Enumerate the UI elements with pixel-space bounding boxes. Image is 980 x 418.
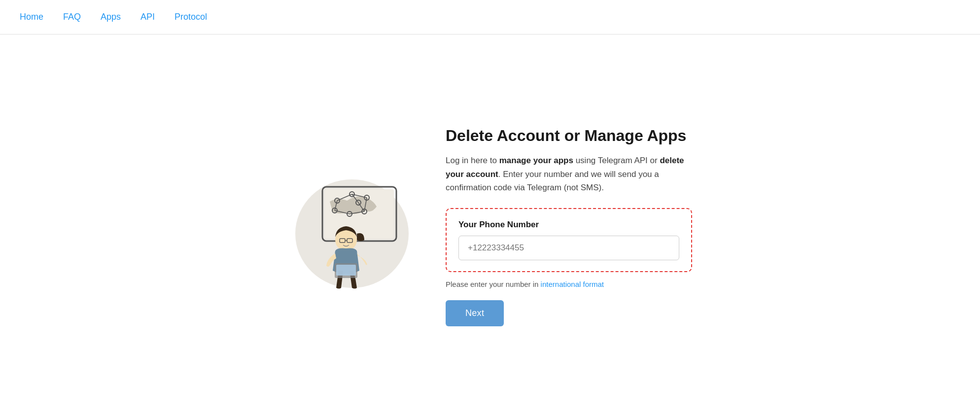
phone-label: Your Phone Number: [458, 220, 679, 230]
international-format-link[interactable]: international format: [541, 280, 604, 288]
nav-api[interactable]: API: [140, 12, 155, 22]
svg-rect-23: [336, 265, 356, 276]
desc-part2: using Telegram API or: [573, 156, 660, 165]
format-hint-text: Please enter your number in: [446, 280, 541, 288]
nav-home[interactable]: Home: [20, 12, 43, 22]
desc-part1: Log in here to: [446, 156, 499, 165]
right-panel: Delete Account or Manage Apps Log in her…: [446, 126, 692, 326]
content-wrapper: Delete Account or Manage Apps Log in her…: [288, 126, 692, 326]
nav-protocol[interactable]: Protocol: [175, 12, 207, 22]
main-content: Delete Account or Manage Apps Log in her…: [0, 35, 980, 418]
hero-illustration: [288, 157, 416, 295]
phone-box: Your Phone Number: [446, 208, 692, 272]
description-text: Log in here to manage your apps using Te…: [446, 154, 692, 194]
next-button[interactable]: Next: [446, 300, 504, 326]
phone-input[interactable]: [458, 236, 679, 260]
page-title: Delete Account or Manage Apps: [446, 126, 692, 145]
format-hint: Please enter your number in internationa…: [446, 280, 692, 288]
nav-faq[interactable]: FAQ: [63, 12, 81, 22]
main-nav: Home FAQ Apps API Protocol: [0, 0, 980, 35]
nav-apps[interactable]: Apps: [101, 12, 121, 22]
desc-bold1: manage your apps: [499, 156, 573, 165]
